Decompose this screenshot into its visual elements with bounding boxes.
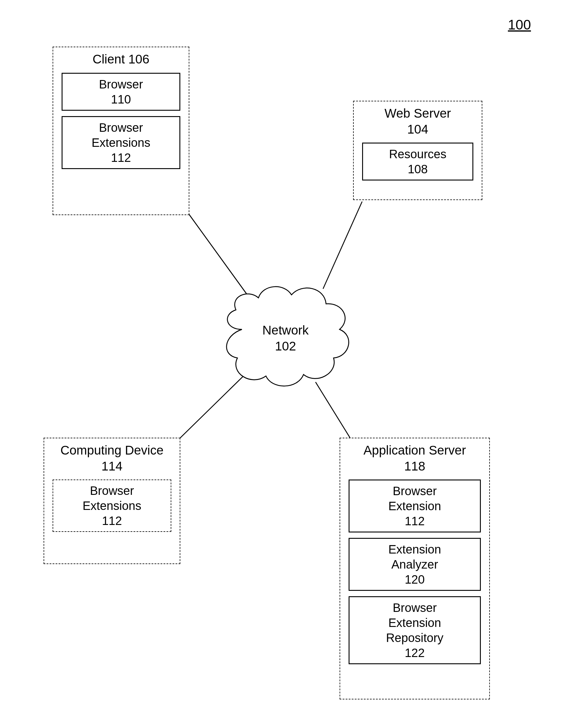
client-box: Client 106 Browser 110 Browser Extension…: [53, 47, 189, 215]
repository-ref: 122: [352, 645, 477, 660]
resources-title: Resources: [365, 147, 470, 161]
computing-device-extensions-box: Browser Extensions 112: [53, 479, 171, 532]
client-browser-ref: 110: [65, 92, 177, 107]
network-ref: 102: [213, 338, 358, 354]
client-extensions-box: Browser Extensions 112: [62, 116, 180, 169]
computing-extensions-title: Browser Extensions: [56, 483, 168, 513]
app-server-title: Application Server 118: [340, 443, 489, 474]
app-extension-title: Browser Extension: [352, 484, 477, 514]
client-browser-box: Browser 110: [62, 73, 180, 111]
diagram-canvas: 100 Network 102 Client 106 Browser 110 B…: [0, 0, 580, 728]
web-server-box: Web Server 104 Resources 108: [353, 101, 482, 200]
app-server-analyzer-box: Extension Analyzer 120: [349, 538, 481, 591]
client-browser-title: Browser: [65, 77, 177, 92]
app-server-title-text: Application Server: [340, 443, 489, 459]
computing-device-title-text: Computing Device: [44, 443, 180, 459]
client-title: Client 106: [53, 51, 189, 68]
web-server-title-text: Web Server: [354, 106, 482, 122]
analyzer-ref: 120: [352, 572, 477, 587]
application-server-box: Application Server 118 Browser Extension…: [339, 438, 490, 699]
computing-device-ref: 114: [44, 459, 180, 474]
resources-ref: 108: [365, 161, 470, 177]
computing-extensions-ref: 112: [56, 513, 168, 528]
web-server-title: Web Server 104: [354, 106, 482, 137]
client-extensions-title: Browser Extensions: [65, 120, 177, 150]
analyzer-title: Extension Analyzer: [352, 542, 477, 572]
computing-device-box: Computing Device 114 Browser Extensions …: [44, 438, 180, 564]
network-label: Network 102: [213, 322, 358, 354]
computing-device-title: Computing Device 114: [44, 443, 180, 474]
repository-title: Browser Extension Repository: [352, 600, 477, 645]
client-extensions-ref: 112: [65, 150, 177, 165]
svg-line-1: [323, 202, 362, 289]
web-server-ref: 104: [354, 122, 482, 137]
network-title: Network: [213, 322, 358, 338]
web-server-resources-box: Resources 108: [362, 142, 473, 181]
app-extension-ref: 112: [352, 514, 477, 528]
figure-reference-label: 100: [508, 17, 531, 33]
app-server-ref: 118: [340, 459, 489, 474]
app-server-repository-box: Browser Extension Repository 122: [349, 596, 481, 664]
network-cloud: Network 102: [213, 277, 358, 397]
app-server-extension-box: Browser Extension 112: [349, 479, 481, 532]
